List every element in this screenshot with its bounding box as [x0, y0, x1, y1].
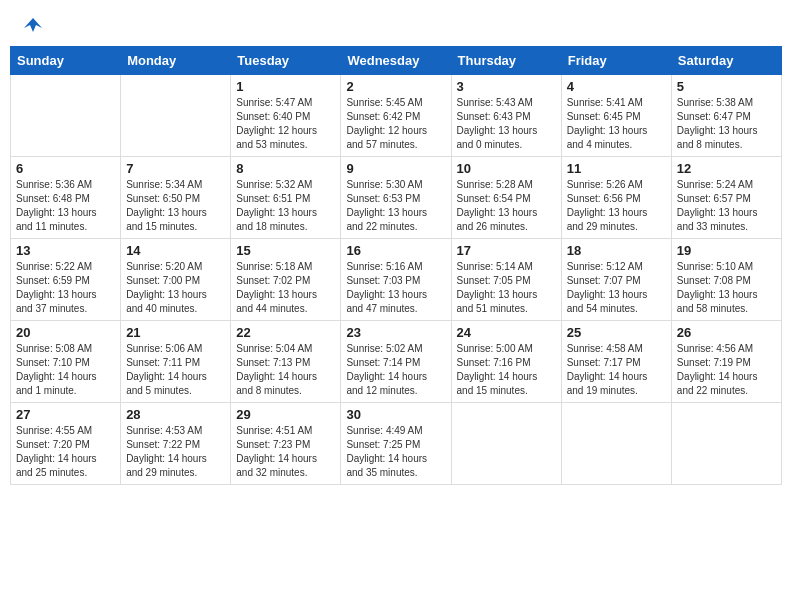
day-info: Sunrise: 5:20 AM Sunset: 7:00 PM Dayligh…: [126, 260, 225, 316]
day-info: Sunrise: 5:45 AM Sunset: 6:42 PM Dayligh…: [346, 96, 445, 152]
day-info: Sunrise: 5:16 AM Sunset: 7:03 PM Dayligh…: [346, 260, 445, 316]
day-number: 1: [236, 79, 335, 94]
day-number: 14: [126, 243, 225, 258]
day-info: Sunrise: 5:22 AM Sunset: 6:59 PM Dayligh…: [16, 260, 115, 316]
day-number: 29: [236, 407, 335, 422]
day-number: 21: [126, 325, 225, 340]
column-header-wednesday: Wednesday: [341, 47, 451, 75]
day-info: Sunrise: 5:32 AM Sunset: 6:51 PM Dayligh…: [236, 178, 335, 234]
day-number: 17: [457, 243, 556, 258]
day-info: Sunrise: 4:56 AM Sunset: 7:19 PM Dayligh…: [677, 342, 776, 398]
calendar-cell: 15Sunrise: 5:18 AM Sunset: 7:02 PM Dayli…: [231, 239, 341, 321]
day-number: 5: [677, 79, 776, 94]
calendar-cell: [561, 403, 671, 485]
calendar-week-row: 13Sunrise: 5:22 AM Sunset: 6:59 PM Dayli…: [11, 239, 782, 321]
calendar-week-row: 1Sunrise: 5:47 AM Sunset: 6:40 PM Daylig…: [11, 75, 782, 157]
calendar-cell: 25Sunrise: 4:58 AM Sunset: 7:17 PM Dayli…: [561, 321, 671, 403]
day-number: 30: [346, 407, 445, 422]
day-info: Sunrise: 5:18 AM Sunset: 7:02 PM Dayligh…: [236, 260, 335, 316]
calendar-header-row: SundayMondayTuesdayWednesdayThursdayFrid…: [11, 47, 782, 75]
day-info: Sunrise: 4:55 AM Sunset: 7:20 PM Dayligh…: [16, 424, 115, 480]
calendar-cell: 7Sunrise: 5:34 AM Sunset: 6:50 PM Daylig…: [121, 157, 231, 239]
day-info: Sunrise: 5:24 AM Sunset: 6:57 PM Dayligh…: [677, 178, 776, 234]
svg-marker-0: [24, 18, 42, 32]
day-number: 8: [236, 161, 335, 176]
calendar-cell: 23Sunrise: 5:02 AM Sunset: 7:14 PM Dayli…: [341, 321, 451, 403]
day-info: Sunrise: 4:58 AM Sunset: 7:17 PM Dayligh…: [567, 342, 666, 398]
day-number: 6: [16, 161, 115, 176]
column-header-thursday: Thursday: [451, 47, 561, 75]
day-number: 25: [567, 325, 666, 340]
day-info: Sunrise: 5:08 AM Sunset: 7:10 PM Dayligh…: [16, 342, 115, 398]
calendar-cell: 10Sunrise: 5:28 AM Sunset: 6:54 PM Dayli…: [451, 157, 561, 239]
calendar-cell: 11Sunrise: 5:26 AM Sunset: 6:56 PM Dayli…: [561, 157, 671, 239]
calendar-cell: [451, 403, 561, 485]
calendar-cell: 1Sunrise: 5:47 AM Sunset: 6:40 PM Daylig…: [231, 75, 341, 157]
column-header-saturday: Saturday: [671, 47, 781, 75]
calendar-cell: 22Sunrise: 5:04 AM Sunset: 7:13 PM Dayli…: [231, 321, 341, 403]
column-header-tuesday: Tuesday: [231, 47, 341, 75]
logo-bird-icon: [22, 14, 44, 36]
column-header-monday: Monday: [121, 47, 231, 75]
calendar-table: SundayMondayTuesdayWednesdayThursdayFrid…: [10, 46, 782, 485]
day-number: 23: [346, 325, 445, 340]
day-info: Sunrise: 5:14 AM Sunset: 7:05 PM Dayligh…: [457, 260, 556, 316]
day-number: 10: [457, 161, 556, 176]
day-info: Sunrise: 4:49 AM Sunset: 7:25 PM Dayligh…: [346, 424, 445, 480]
day-info: Sunrise: 5:36 AM Sunset: 6:48 PM Dayligh…: [16, 178, 115, 234]
calendar-cell: 29Sunrise: 4:51 AM Sunset: 7:23 PM Dayli…: [231, 403, 341, 485]
calendar-cell: 24Sunrise: 5:00 AM Sunset: 7:16 PM Dayli…: [451, 321, 561, 403]
calendar-cell: 21Sunrise: 5:06 AM Sunset: 7:11 PM Dayli…: [121, 321, 231, 403]
day-info: Sunrise: 5:43 AM Sunset: 6:43 PM Dayligh…: [457, 96, 556, 152]
day-number: 26: [677, 325, 776, 340]
calendar-week-row: 20Sunrise: 5:08 AM Sunset: 7:10 PM Dayli…: [11, 321, 782, 403]
day-number: 19: [677, 243, 776, 258]
calendar-cell: 14Sunrise: 5:20 AM Sunset: 7:00 PM Dayli…: [121, 239, 231, 321]
calendar-cell: 27Sunrise: 4:55 AM Sunset: 7:20 PM Dayli…: [11, 403, 121, 485]
day-info: Sunrise: 5:47 AM Sunset: 6:40 PM Dayligh…: [236, 96, 335, 152]
calendar-cell: [671, 403, 781, 485]
calendar-week-row: 27Sunrise: 4:55 AM Sunset: 7:20 PM Dayli…: [11, 403, 782, 485]
day-info: Sunrise: 5:12 AM Sunset: 7:07 PM Dayligh…: [567, 260, 666, 316]
day-number: 9: [346, 161, 445, 176]
day-info: Sunrise: 5:38 AM Sunset: 6:47 PM Dayligh…: [677, 96, 776, 152]
calendar-cell: 9Sunrise: 5:30 AM Sunset: 6:53 PM Daylig…: [341, 157, 451, 239]
day-info: Sunrise: 5:06 AM Sunset: 7:11 PM Dayligh…: [126, 342, 225, 398]
day-number: 7: [126, 161, 225, 176]
day-info: Sunrise: 5:28 AM Sunset: 6:54 PM Dayligh…: [457, 178, 556, 234]
day-info: Sunrise: 4:53 AM Sunset: 7:22 PM Dayligh…: [126, 424, 225, 480]
day-number: 12: [677, 161, 776, 176]
calendar-cell: 2Sunrise: 5:45 AM Sunset: 6:42 PM Daylig…: [341, 75, 451, 157]
calendar-cell: 20Sunrise: 5:08 AM Sunset: 7:10 PM Dayli…: [11, 321, 121, 403]
day-number: 16: [346, 243, 445, 258]
day-number: 24: [457, 325, 556, 340]
day-number: 20: [16, 325, 115, 340]
calendar-cell: 3Sunrise: 5:43 AM Sunset: 6:43 PM Daylig…: [451, 75, 561, 157]
day-number: 13: [16, 243, 115, 258]
day-info: Sunrise: 4:51 AM Sunset: 7:23 PM Dayligh…: [236, 424, 335, 480]
calendar-cell: 30Sunrise: 4:49 AM Sunset: 7:25 PM Dayli…: [341, 403, 451, 485]
day-info: Sunrise: 5:30 AM Sunset: 6:53 PM Dayligh…: [346, 178, 445, 234]
calendar-cell: 8Sunrise: 5:32 AM Sunset: 6:51 PM Daylig…: [231, 157, 341, 239]
day-info: Sunrise: 5:02 AM Sunset: 7:14 PM Dayligh…: [346, 342, 445, 398]
calendar-cell: 12Sunrise: 5:24 AM Sunset: 6:57 PM Dayli…: [671, 157, 781, 239]
day-number: 22: [236, 325, 335, 340]
calendar-cell: [11, 75, 121, 157]
day-info: Sunrise: 5:04 AM Sunset: 7:13 PM Dayligh…: [236, 342, 335, 398]
day-info: Sunrise: 5:34 AM Sunset: 6:50 PM Dayligh…: [126, 178, 225, 234]
column-header-sunday: Sunday: [11, 47, 121, 75]
logo: [20, 18, 44, 36]
day-number: 27: [16, 407, 115, 422]
day-number: 15: [236, 243, 335, 258]
day-number: 28: [126, 407, 225, 422]
calendar-cell: 6Sunrise: 5:36 AM Sunset: 6:48 PM Daylig…: [11, 157, 121, 239]
calendar-cell: 5Sunrise: 5:38 AM Sunset: 6:47 PM Daylig…: [671, 75, 781, 157]
day-number: 18: [567, 243, 666, 258]
day-info: Sunrise: 5:26 AM Sunset: 6:56 PM Dayligh…: [567, 178, 666, 234]
day-number: 11: [567, 161, 666, 176]
day-info: Sunrise: 5:41 AM Sunset: 6:45 PM Dayligh…: [567, 96, 666, 152]
calendar-week-row: 6Sunrise: 5:36 AM Sunset: 6:48 PM Daylig…: [11, 157, 782, 239]
calendar-cell: [121, 75, 231, 157]
day-number: 4: [567, 79, 666, 94]
day-number: 3: [457, 79, 556, 94]
